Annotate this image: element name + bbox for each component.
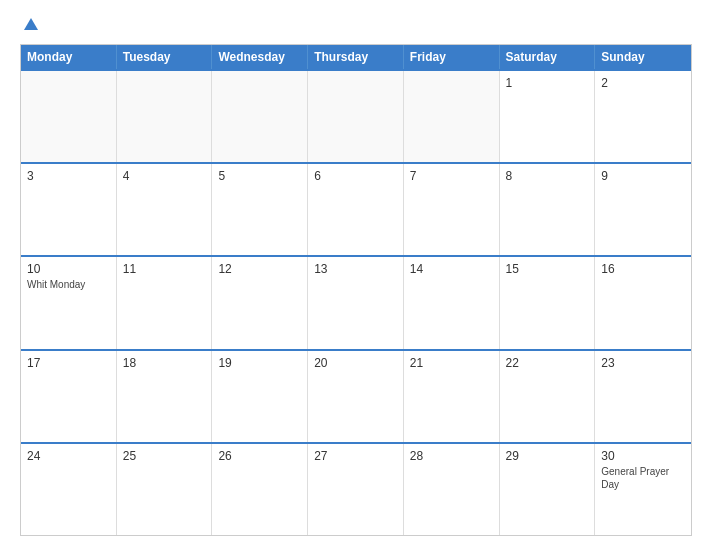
- calendar-cell: 3: [21, 164, 117, 255]
- calendar-cell: 5: [212, 164, 308, 255]
- calendar-cell: 15: [500, 257, 596, 348]
- calendar-cell: [308, 71, 404, 162]
- calendar-cell: 19: [212, 351, 308, 442]
- weekday-header-monday: Monday: [21, 45, 117, 69]
- weekday-header-sunday: Sunday: [595, 45, 691, 69]
- day-number: 27: [314, 449, 397, 463]
- day-number: 7: [410, 169, 493, 183]
- day-number: 25: [123, 449, 206, 463]
- calendar-cell: 26: [212, 444, 308, 535]
- day-number: 1: [506, 76, 589, 90]
- day-number: 5: [218, 169, 301, 183]
- day-number: 24: [27, 449, 110, 463]
- weekday-header-saturday: Saturday: [500, 45, 596, 69]
- day-number: 4: [123, 169, 206, 183]
- weekday-header-tuesday: Tuesday: [117, 45, 213, 69]
- day-number: 29: [506, 449, 589, 463]
- calendar-body: 12345678910Whit Monday111213141516171819…: [21, 69, 691, 535]
- day-number: 17: [27, 356, 110, 370]
- calendar-cell: 1: [500, 71, 596, 162]
- day-number: 23: [601, 356, 685, 370]
- calendar-cell: 13: [308, 257, 404, 348]
- calendar-cell: 9: [595, 164, 691, 255]
- calendar-cell: 14: [404, 257, 500, 348]
- calendar-cell: 10Whit Monday: [21, 257, 117, 348]
- day-number: 13: [314, 262, 397, 276]
- calendar-cell: 29: [500, 444, 596, 535]
- calendar-row-2: 10Whit Monday111213141516: [21, 255, 691, 348]
- day-number: 9: [601, 169, 685, 183]
- calendar-cell: 6: [308, 164, 404, 255]
- calendar-cell: [117, 71, 213, 162]
- calendar-row-3: 17181920212223: [21, 349, 691, 442]
- day-event: Whit Monday: [27, 278, 110, 291]
- calendar-row-0: 12: [21, 69, 691, 162]
- day-number: 18: [123, 356, 206, 370]
- logo: [20, 18, 38, 32]
- day-number: 22: [506, 356, 589, 370]
- day-number: 10: [27, 262, 110, 276]
- day-number: 26: [218, 449, 301, 463]
- weekday-header-friday: Friday: [404, 45, 500, 69]
- weekday-header-wednesday: Wednesday: [212, 45, 308, 69]
- day-number: 19: [218, 356, 301, 370]
- calendar-cell: 16: [595, 257, 691, 348]
- logo-triangle-icon: [24, 18, 38, 30]
- calendar-row-4: 24252627282930General Prayer Day: [21, 442, 691, 535]
- day-number: 14: [410, 262, 493, 276]
- calendar-cell: 18: [117, 351, 213, 442]
- day-number: 30: [601, 449, 685, 463]
- day-number: 8: [506, 169, 589, 183]
- calendar-cell: 7: [404, 164, 500, 255]
- day-number: 12: [218, 262, 301, 276]
- calendar-cell: 24: [21, 444, 117, 535]
- calendar-cell: 27: [308, 444, 404, 535]
- calendar-cell: 30General Prayer Day: [595, 444, 691, 535]
- day-number: 6: [314, 169, 397, 183]
- day-number: 16: [601, 262, 685, 276]
- calendar-cell: 11: [117, 257, 213, 348]
- day-number: 11: [123, 262, 206, 276]
- calendar-cell: 8: [500, 164, 596, 255]
- day-event: General Prayer Day: [601, 465, 685, 491]
- calendar-cell: [404, 71, 500, 162]
- header: [20, 18, 692, 32]
- day-number: 21: [410, 356, 493, 370]
- calendar-row-1: 3456789: [21, 162, 691, 255]
- calendar-cell: [212, 71, 308, 162]
- weekday-header-thursday: Thursday: [308, 45, 404, 69]
- day-number: 20: [314, 356, 397, 370]
- calendar-cell: [21, 71, 117, 162]
- calendar-cell: 22: [500, 351, 596, 442]
- calendar: MondayTuesdayWednesdayThursdayFridaySatu…: [20, 44, 692, 536]
- calendar-cell: 17: [21, 351, 117, 442]
- day-number: 15: [506, 262, 589, 276]
- calendar-header: MondayTuesdayWednesdayThursdayFridaySatu…: [21, 45, 691, 69]
- calendar-cell: 23: [595, 351, 691, 442]
- day-number: 28: [410, 449, 493, 463]
- calendar-cell: 4: [117, 164, 213, 255]
- calendar-cell: 25: [117, 444, 213, 535]
- day-number: 2: [601, 76, 685, 90]
- calendar-cell: 20: [308, 351, 404, 442]
- calendar-cell: 2: [595, 71, 691, 162]
- calendar-cell: 12: [212, 257, 308, 348]
- calendar-page: MondayTuesdayWednesdayThursdayFridaySatu…: [0, 0, 712, 550]
- calendar-cell: 21: [404, 351, 500, 442]
- day-number: 3: [27, 169, 110, 183]
- calendar-cell: 28: [404, 444, 500, 535]
